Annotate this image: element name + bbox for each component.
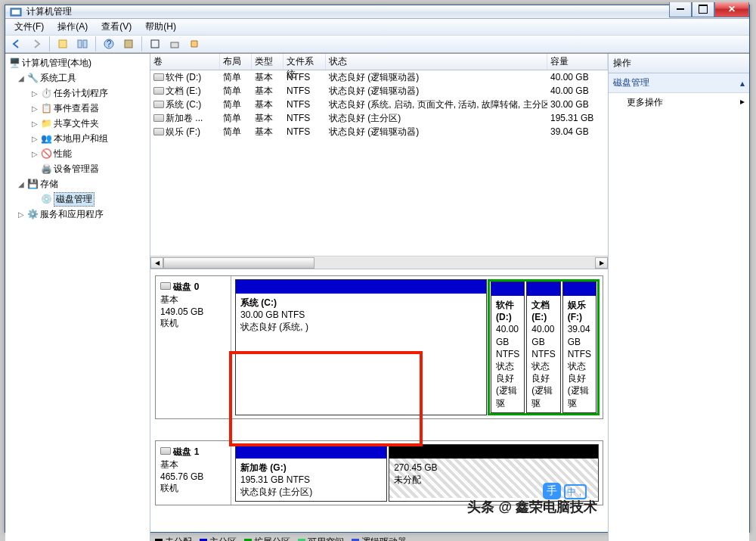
menu-view[interactable]: 查看(V) (95, 19, 138, 35)
nav-back-button[interactable] (8, 36, 25, 52)
tree-system-tools[interactable]: ◢🔧系统工具 (7, 70, 148, 86)
window-title: 计算机管理 (26, 5, 669, 18)
scroll-left-button[interactable]: ◀ (150, 257, 163, 269)
scroll-thumb[interactable] (163, 257, 314, 269)
col-type[interactable]: 类型 (252, 54, 284, 70)
minimize-button[interactable] (669, 2, 692, 17)
disk-1-block[interactable]: 磁盘 1 基本 465.76 GB 联机 新加卷 (G:)195.31 GB N… (155, 440, 603, 506)
volume-icon (153, 73, 164, 81)
partition-d[interactable]: 软件 (D:)40.00 GB NTFS状态良好 (逻辑驱 (491, 281, 525, 413)
svg-rect-4 (83, 40, 87, 48)
table-row[interactable]: 文档 (E:)简单基本NTFS状态良好 (逻辑驱动器)40.00 GB (150, 84, 608, 98)
nav-tree[interactable]: 🖥️计算机管理(本地) ◢🔧系统工具 ▷⏱️任务计划程序 ▷📋事件查看器 ▷📁共… (5, 54, 150, 541)
col-status[interactable]: 状态 (326, 54, 547, 70)
tree-local-users[interactable]: ▷👥本地用户和组 (7, 131, 148, 146)
table-row[interactable]: 系统 (C:)简单基本NTFS状态良好 (系统, 启动, 页面文件, 活动, 故… (150, 98, 608, 111)
tree-device-manager[interactable]: 🖨️设备管理器 (7, 161, 148, 176)
volume-table: 卷 布局 类型 文件系统 状态 容量 软件 (D:)简单基本NTFS状态良好 (… (150, 54, 608, 269)
chevron-right-icon: ▸ (740, 96, 745, 109)
disk-layout-area: 磁盘 0 基本 149.05 GB 联机 系统 (C:)30.00 GB NTF… (150, 269, 608, 533)
tb-icon-1[interactable] (54, 36, 71, 52)
help-icon[interactable]: ? (101, 36, 117, 52)
actions-header: 操作 (609, 54, 749, 73)
disk-1-info: 磁盘 1 基本 465.76 GB 联机 (156, 441, 231, 505)
col-volume[interactable]: 卷 (150, 54, 220, 70)
menu-file[interactable]: 文件(F) (8, 19, 50, 35)
disk-0-block[interactable]: 磁盘 0 基本 149.05 GB 联机 系统 (C:)30.00 GB NTF… (155, 275, 603, 419)
actions-panel: 操作 磁盘管理▴ 更多操作▸ (609, 54, 749, 541)
table-row[interactable]: 软件 (D:)简单基本NTFS状态良好 (逻辑驱动器)40.00 GB (150, 70, 608, 84)
svg-text:?: ? (107, 39, 112, 49)
tree-root[interactable]: 🖥️计算机管理(本地) (7, 55, 148, 70)
tree-task-scheduler[interactable]: ▷⏱️任务计划程序 (7, 86, 148, 101)
ime-badge-icon: 手 (543, 483, 561, 499)
ime-lang-icon: 中 ， (564, 484, 587, 499)
col-layout[interactable]: 布局 (220, 54, 252, 70)
table-row[interactable]: 新加卷 ...简单基本NTFS状态良好 (主分区)195.31 GB (150, 111, 608, 125)
partition-e[interactable]: 文档 (E:)40.00 GB NTFS状态良好 (逻辑驱 (526, 281, 560, 413)
actions-section[interactable]: 磁盘管理▴ (609, 73, 749, 93)
legend: 未分配 主分区 扩展分区 可用空间 逻辑驱动器 (150, 533, 608, 541)
collapse-icon: ▴ (740, 78, 745, 89)
horizontal-scrollbar[interactable]: ◀ ▶ (150, 256, 608, 269)
actions-more[interactable]: 更多操作▸ (609, 93, 749, 112)
disk-icon (160, 447, 171, 455)
tree-storage[interactable]: ◢💾存储 (7, 176, 148, 191)
svg-rect-9 (171, 42, 178, 48)
toolbar: ? (5, 36, 749, 53)
tree-event-viewer[interactable]: ▷📋事件查看器 (7, 101, 148, 116)
table-row[interactable]: 娱乐 (F:)简单基本NTFS状态良好 (逻辑驱动器)39.04 GB (150, 125, 608, 138)
disk-0-info: 磁盘 0 基本 149.05 GB 联机 (156, 276, 231, 418)
col-filesystem[interactable]: 文件系统 (284, 54, 326, 70)
nav-forward-button[interactable] (28, 36, 45, 52)
app-icon (10, 6, 22, 18)
partition-c[interactable]: 系统 (C:)30.00 GB NTFS状态良好 (系统, ) (235, 279, 487, 415)
tree-disk-management[interactable]: 💿磁盘管理 (7, 191, 148, 207)
col-capacity[interactable]: 容量 (547, 54, 608, 70)
tb-icon-4[interactable] (147, 36, 163, 52)
tb-icon-5[interactable] (166, 36, 183, 52)
table-body[interactable]: 软件 (D:)简单基本NTFS状态良好 (逻辑驱动器)40.00 GB文档 (E… (150, 70, 608, 163)
tb-icon-6[interactable] (186, 36, 203, 52)
tree-shared-folders[interactable]: ▷📁共享文件夹 (7, 116, 148, 131)
table-header[interactable]: 卷 布局 类型 文件系统 状态 容量 (150, 54, 608, 70)
close-button[interactable] (714, 2, 749, 17)
partition-f[interactable]: 娱乐 (F:)39.04 GB NTFS状态良好 (逻辑驱 (562, 281, 596, 413)
menu-help[interactable]: 帮助(H) (139, 19, 182, 35)
extended-partition-group: 软件 (D:)40.00 GB NTFS状态良好 (逻辑驱 文档 (E:)40.… (488, 279, 600, 415)
title-bar[interactable]: 计算机管理 (5, 5, 749, 19)
menu-bar: 文件(F) 操作(A) 查看(V) 帮助(H) (5, 19, 749, 36)
tree-performance[interactable]: ▷🚫性能 (7, 146, 148, 161)
scroll-right-button[interactable]: ▶ (595, 257, 608, 269)
volume-icon (153, 101, 164, 108)
app-window: 计算机管理 文件(F) 操作(A) 查看(V) 帮助(H) ? 🖥️计算机管理(… (5, 5, 750, 533)
tb-icon-2[interactable] (74, 36, 91, 52)
tb-icon-3[interactable] (120, 36, 137, 52)
svg-rect-2 (59, 40, 67, 48)
main-content: 卷 布局 类型 文件系统 状态 容量 软件 (D:)简单基本NTFS状态良好 (… (150, 54, 609, 541)
volume-icon (153, 114, 164, 122)
svg-rect-8 (151, 40, 159, 48)
volume-icon (153, 87, 164, 95)
partition-g[interactable]: 新加卷 (G:)195.31 GB NTFS状态良好 (主分区) (235, 444, 387, 502)
svg-rect-3 (78, 40, 82, 48)
disk-icon (160, 282, 171, 290)
volume-icon (153, 128, 164, 135)
svg-rect-1 (12, 10, 20, 14)
maximize-button[interactable] (692, 2, 714, 17)
watermark-text: 头条 @ 鑫荣电脑技术 (467, 498, 597, 516)
menu-action[interactable]: 操作(A) (51, 19, 94, 35)
tree-services-apps[interactable]: ▷⚙️服务和应用程序 (7, 207, 148, 222)
svg-rect-7 (125, 40, 132, 48)
